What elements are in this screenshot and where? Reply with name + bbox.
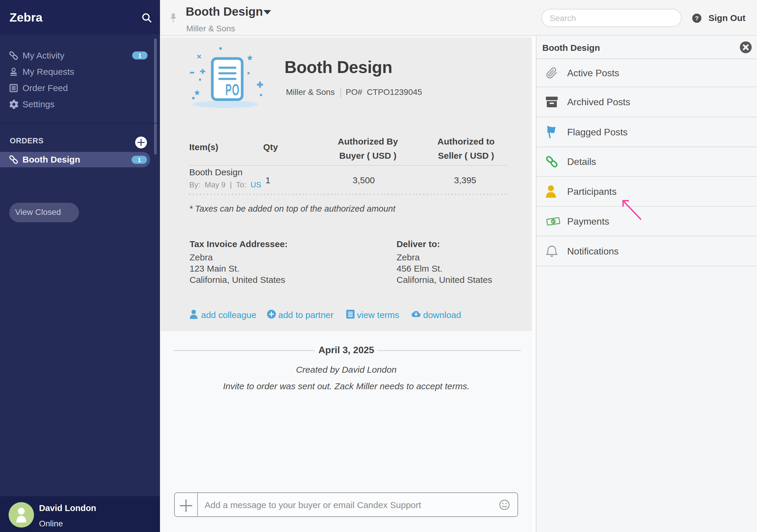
svg-text:PO: PO (225, 81, 239, 98)
svg-text:$: $ (552, 219, 555, 224)
